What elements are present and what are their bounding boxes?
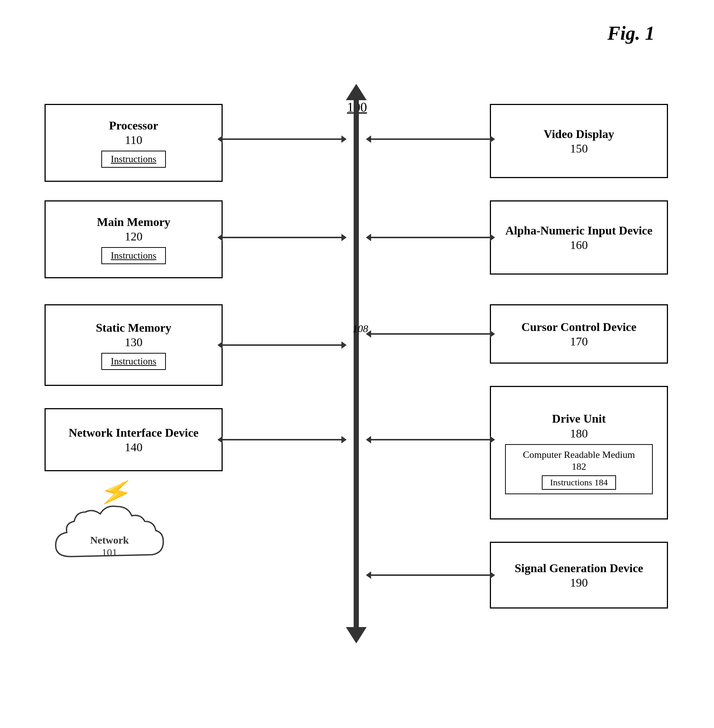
main-memory-instructions: Instructions — [101, 247, 166, 264]
network-interface-box: Network Interface Device 140 — [45, 408, 223, 471]
bus-signal-generation-arrow-left — [366, 571, 371, 579]
alpha-numeric-box: Alpha-Numeric Input Device 160 — [490, 200, 668, 274]
processor-title: Processor — [109, 118, 159, 133]
main-memory-bus-arrow — [223, 237, 341, 238]
bus-video-display-arrow — [371, 138, 490, 140]
bus-alpha-numeric-arrow — [371, 237, 490, 238]
alpha-numeric-title: Alpha-Numeric Input Device — [506, 223, 652, 238]
main-memory-title: Main Memory — [97, 214, 170, 230]
bus-arrow-up — [346, 84, 367, 100]
network-interface-number: 140 — [125, 440, 142, 454]
svg-text:Network: Network — [90, 534, 129, 546]
network-interface-title: Network Interface Device — [69, 425, 198, 441]
bus-video-display-arrow-left — [366, 135, 371, 143]
static-memory-bus-arrow-right — [341, 342, 346, 349]
main-memory-bus-arrow-right — [341, 234, 346, 241]
processor-instructions: Instructions — [101, 151, 166, 168]
bus-cursor-control-arrow-right — [490, 330, 495, 338]
signal-generation-number: 190 — [570, 576, 588, 590]
static-memory-number: 130 — [125, 336, 142, 349]
static-memory-box: Static Memory 130 Instructions — [45, 304, 223, 386]
bus-arrow-down — [346, 627, 367, 643]
static-memory-bus-arrow — [223, 345, 341, 346]
network-interface-bus-arrow-right — [341, 436, 346, 443]
static-memory-instructions: Instructions — [101, 353, 166, 370]
computer-readable-title: Computer Readable Medium — [523, 449, 635, 461]
static-memory-bus-arrow-left — [218, 342, 223, 349]
bus-video-display-arrow-right — [490, 135, 495, 143]
video-display-box: Video Display 150 — [490, 104, 668, 178]
bus-bar — [354, 100, 359, 627]
bus-drive-unit-arrow-left — [366, 436, 371, 443]
signal-generation-title: Signal Generation Device — [515, 561, 644, 576]
system-bus: 108 — [345, 100, 368, 627]
processor-bus-arrow — [223, 138, 341, 140]
main-memory-number: 120 — [125, 230, 142, 243]
bus-alpha-numeric-arrow-right — [490, 234, 495, 241]
processor-number: 110 — [125, 133, 142, 147]
processor-box: Processor 110 Instructions — [45, 104, 223, 182]
drive-unit-box: Drive Unit 180 Computer Readable Medium … — [490, 386, 668, 520]
static-memory-title: Static Memory — [96, 320, 171, 336]
drive-unit-number: 180 — [570, 427, 588, 440]
svg-text:101: 101 — [102, 547, 117, 558]
bus-signal-generation-arrow — [371, 574, 490, 576]
network-interface-bus-arrow — [223, 439, 341, 440]
figure-title-text: Fig. 1 — [608, 22, 655, 44]
alpha-numeric-number: 160 — [570, 238, 588, 252]
main-memory-bus-arrow-left — [218, 234, 223, 241]
bus-cursor-control-arrow-left — [366, 330, 371, 338]
processor-bus-arrow-right — [341, 135, 346, 143]
cursor-control-number: 170 — [570, 335, 588, 348]
cursor-control-box: Cursor Control Device 170 — [490, 304, 668, 364]
computer-readable-medium-box: Computer Readable Medium 182 Instruction… — [505, 444, 653, 494]
diagram-container: 108 Processor 110 Instructions Main Memo… — [22, 82, 690, 712]
processor-bus-arrow-left — [218, 135, 223, 143]
network-interface-bus-arrow-left — [218, 436, 223, 443]
bus-drive-unit-arrow-right — [490, 436, 495, 443]
drive-unit-title: Drive Unit — [552, 411, 606, 427]
main-memory-box: Main Memory 120 Instructions — [45, 200, 223, 278]
figure-title: Fig. 1 — [608, 22, 655, 44]
bus-signal-generation-arrow-right — [490, 571, 495, 579]
video-display-title: Video Display — [544, 127, 614, 142]
computer-readable-number: 182 — [572, 461, 586, 472]
video-display-number: 150 — [570, 142, 588, 156]
instructions-184-box: Instructions 184 — [542, 475, 616, 490]
signal-generation-box: Signal Generation Device 190 — [490, 542, 668, 608]
bus-alpha-numeric-arrow-left — [366, 234, 371, 241]
bus-cursor-control-arrow — [371, 333, 490, 335]
bus-drive-unit-arrow — [371, 439, 490, 440]
cursor-control-title: Cursor Control Device — [521, 319, 636, 335]
